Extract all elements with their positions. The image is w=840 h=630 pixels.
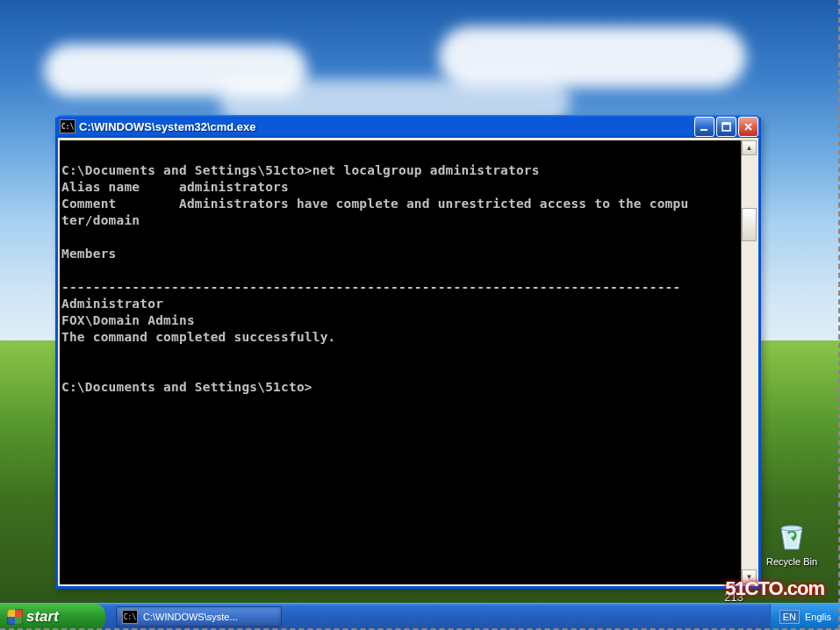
start-label: start [26,608,59,626]
scrollbar[interactable]: ▲ ▼ [741,140,757,584]
cmd-icon: C:\ [122,610,138,624]
taskbar-button-cmd[interactable]: C:\ C:\WINDOWS\syste... [116,606,282,627]
cmd-icon: C:\ [60,119,75,133]
recycle-bin-glyph [774,518,809,553]
titlebar[interactable]: C:\ C:\WINDOWS\system32\cmd.exe [56,115,760,138]
window-buttons [694,117,758,137]
scroll-thumb[interactable] [742,208,757,241]
terminal-output[interactable]: C:\Documents and Settings\51cto>net loca… [60,140,741,584]
minimize-button[interactable] [694,117,714,137]
taskbar: start C:\ C:\WINDOWS\syste... EN Englis [0,603,840,630]
maximize-button[interactable] [716,117,736,137]
svg-rect-1 [700,129,707,131]
svg-rect-3 [722,123,730,125]
windows-logo-icon [7,609,23,625]
desktop: Recycle Bin C:\ C:\WINDOWS\system32\cmd.… [0,0,840,630]
language-indicator-short[interactable]: EN [779,610,800,624]
language-indicator-full: Englis [805,612,831,622]
scroll-track[interactable] [742,155,757,569]
window-title: C:\WINDOWS\system32\cmd.exe [79,120,694,133]
system-tray[interactable]: EN Englis [770,604,840,630]
cmd-window: C:\ C:\WINDOWS\system32\cmd.exe C:\Docum… [55,118,761,589]
window-client-area: C:\Documents and Settings\51cto>net loca… [60,140,757,584]
recycle-bin-label: Recycle Bin [761,556,822,567]
taskbar-button-label: C:\WINDOWS\syste... [143,612,238,622]
close-button[interactable] [738,117,758,137]
svg-point-0 [781,526,802,531]
recycle-bin-icon[interactable]: Recycle Bin [761,518,822,567]
watermark-main: 51CTO.com [725,577,824,600]
start-button[interactable]: start [0,604,105,630]
scroll-up-button[interactable]: ▲ [742,140,757,155]
